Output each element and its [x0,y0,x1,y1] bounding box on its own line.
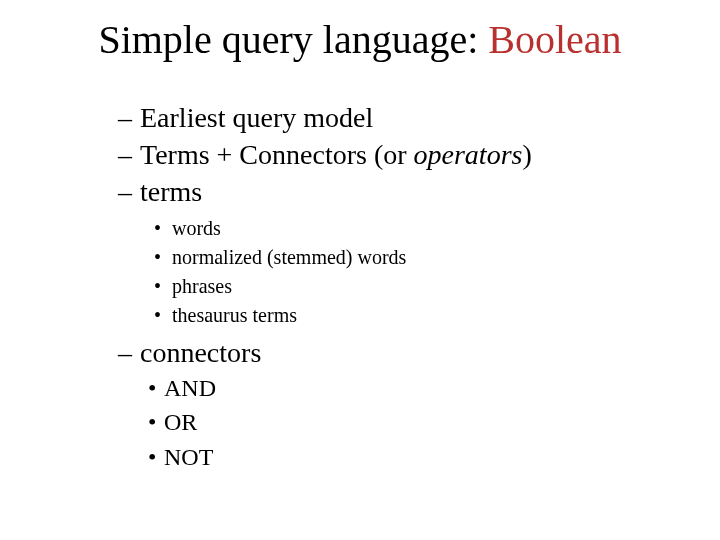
slide-body: –Earliest query model –Terms + Connector… [118,100,678,475]
dash-icon: – [118,335,140,370]
bullet-text-post: ) [522,139,531,170]
slide-title: Simple query language: Boolean [0,18,720,62]
sub-text: phrases [172,275,232,297]
bullet-text-pre: Terms + Connectors (or [140,139,414,170]
terms-sublist: •words •normalized (stemmed) words •phra… [154,215,678,329]
sub-text: NOT [164,444,213,470]
bullet-connectors: –connectors [118,335,678,370]
bullet-text: connectors [140,337,261,368]
bullet-terms: –terms [118,174,678,209]
bullet-dot-icon: • [154,215,172,242]
terms-sub-words: •words [154,215,678,242]
title-part-2: Boolean [488,17,621,62]
bullet-dot-icon: • [154,273,172,300]
bullet-text: Earliest query model [140,102,373,133]
sub-text: thesaurus terms [172,304,297,326]
bullet-dot-icon: • [148,372,164,404]
conn-sub-or: •OR [148,406,678,438]
dash-icon: – [118,137,140,172]
connectors-sublist: •AND •OR •NOT [148,372,678,473]
sub-text: normalized (stemmed) words [172,246,406,268]
bullet-dot-icon: • [148,406,164,438]
terms-sub-normalized: •normalized (stemmed) words [154,244,678,271]
bullet-dot-icon: • [154,302,172,329]
conn-sub-and: •AND [148,372,678,404]
bullet-terms-connectors: –Terms + Connectors (or operators) [118,137,678,172]
bullet-dot-icon: • [154,244,172,271]
bullet-text-emph: operators [414,139,523,170]
conn-sub-not: •NOT [148,441,678,473]
title-part-1: Simple query language: [98,17,488,62]
bullet-dot-icon: • [148,441,164,473]
terms-sub-phrases: •phrases [154,273,678,300]
bullet-earliest: –Earliest query model [118,100,678,135]
slide: Simple query language: Boolean –Earliest… [0,0,720,540]
sub-text: words [172,217,221,239]
dash-icon: – [118,174,140,209]
dash-icon: – [118,100,140,135]
terms-sub-thesaurus: •thesaurus terms [154,302,678,329]
sub-text: AND [164,375,216,401]
sub-text: OR [164,409,197,435]
bullet-text: terms [140,176,202,207]
